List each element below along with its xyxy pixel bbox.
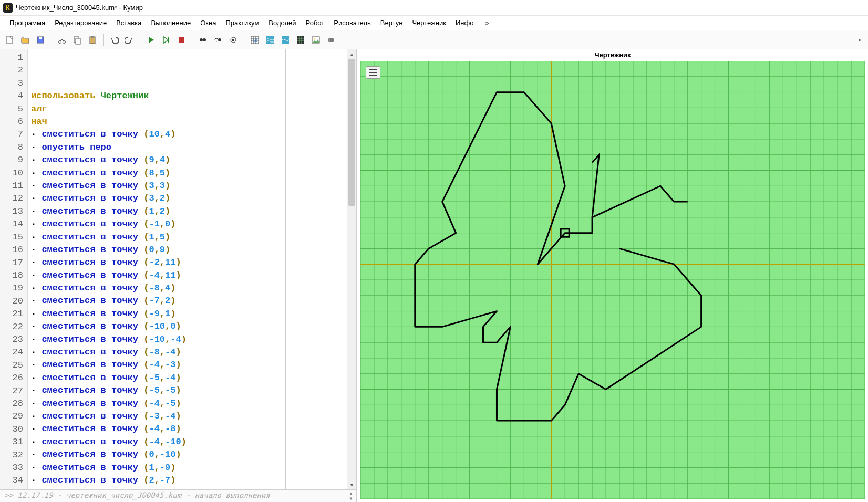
scroll-up-icon[interactable]: ▲ xyxy=(347,49,356,59)
waves-icon[interactable] xyxy=(263,33,277,47)
svg-point-11 xyxy=(200,38,203,41)
grid2-icon[interactable] xyxy=(294,33,307,47)
undo-icon[interactable] xyxy=(107,33,121,47)
code-line[interactable]: · сместиться в точку (-5,-5) xyxy=(31,384,344,397)
menu-вставка[interactable]: Вставка xyxy=(112,17,146,28)
svg-rect-8 xyxy=(91,36,94,38)
new-file-icon[interactable] xyxy=(3,33,17,47)
grid1-icon[interactable]: 10 xyxy=(248,33,262,47)
code-line[interactable]: алг xyxy=(31,103,344,116)
step-icon[interactable] xyxy=(159,33,173,47)
code-line[interactable]: · опустить перо xyxy=(31,141,344,154)
svg-point-3 xyxy=(59,40,61,43)
svg-rect-6 xyxy=(76,38,80,44)
menu-окна[interactable]: Окна xyxy=(196,17,220,28)
drawing-canvas[interactable] xyxy=(360,61,865,499)
save-file-icon[interactable] xyxy=(34,33,47,47)
menu-вертун[interactable]: Вертун xyxy=(376,17,407,28)
grid-svg xyxy=(360,61,865,499)
svg-rect-21 xyxy=(297,36,304,44)
svg-point-26 xyxy=(332,39,333,40)
menu-робот[interactable]: Робот xyxy=(302,17,329,28)
code-line[interactable]: нач xyxy=(31,116,344,128)
menu-чертежник[interactable]: Чертежник xyxy=(408,17,450,28)
code-line[interactable]: · сместиться в точку (-4,11) xyxy=(31,269,344,282)
waves2-icon[interactable] xyxy=(278,33,292,47)
toolbar: 10» xyxy=(0,30,868,49)
code-line[interactable]: · сместиться в точку (3,3) xyxy=(31,180,344,192)
svg-rect-0 xyxy=(7,36,12,44)
code-line[interactable]: · сместиться в точку (-4,-10) xyxy=(31,436,344,448)
menu-инфо[interactable]: Инфо xyxy=(451,17,478,28)
cut-icon[interactable] xyxy=(55,33,69,47)
canvas-menu-button[interactable] xyxy=(366,66,380,79)
copy-icon[interactable] xyxy=(70,33,84,47)
editor-area[interactable]: 1234567891011121314151617181920212223242… xyxy=(0,49,356,489)
menu-выполнение[interactable]: Выполнение xyxy=(147,17,195,28)
code-line[interactable]: · сместиться в точку (-1,0) xyxy=(31,218,344,231)
code-line[interactable]: · сместиться в точку (0,9) xyxy=(31,244,344,256)
canvas-title: Чертежник xyxy=(357,49,868,61)
code-line[interactable]: · сместиться в точку (-8,4) xyxy=(31,282,344,295)
svg-point-13 xyxy=(215,38,218,41)
toolbar-separator xyxy=(192,34,192,46)
scroll-down-icon[interactable]: ▼ xyxy=(347,480,356,489)
open-file-icon[interactable] xyxy=(18,33,32,47)
svg-point-23 xyxy=(314,38,315,39)
code-line[interactable]: · сместиться в точку (-5,-4) xyxy=(31,372,344,384)
toolbar-separator xyxy=(51,34,51,46)
svg-rect-16 xyxy=(232,39,234,41)
menu-программа[interactable]: Программа xyxy=(5,17,49,28)
code-line[interactable]: · сместиться в точку (0,-10) xyxy=(31,448,344,461)
toolbar-separator xyxy=(103,34,104,46)
code-line[interactable]: · сместиться в точку (8,5) xyxy=(31,167,344,180)
menu-практикум[interactable]: Практикум xyxy=(221,17,263,28)
run-icon[interactable] xyxy=(144,33,158,47)
code-line[interactable]: · сместиться в точку (-10,-4) xyxy=(31,333,344,346)
record-step-icon[interactable] xyxy=(211,33,225,47)
code-line[interactable]: · сместиться в точку (-10,0) xyxy=(31,320,344,333)
vertical-scrollbar[interactable]: ▲ ▼ xyxy=(347,49,356,489)
code-line[interactable]: · сместиться в точку (1,-9) xyxy=(31,462,344,474)
svg-point-14 xyxy=(218,38,221,41)
code-line[interactable]: · сместиться в точку (-9,1) xyxy=(31,308,344,320)
app-icon: К xyxy=(3,3,13,13)
code-editor[interactable]: использовать Чертежникалгнач· сместиться… xyxy=(28,49,347,489)
stop-icon[interactable] xyxy=(174,33,188,47)
editor-pane: 1234567891011121314151617181920212223242… xyxy=(0,49,357,502)
code-line[interactable]: · сместиться в точку (-3,-4) xyxy=(31,410,344,423)
menu-рисователь[interactable]: Рисователь xyxy=(329,17,375,28)
code-line[interactable]: · сместиться в точку (-8,-4) xyxy=(31,346,344,359)
code-line[interactable]: · сместиться в точку (-4,-3) xyxy=(31,359,344,371)
menu-overflow-icon[interactable]: » xyxy=(481,17,493,28)
toolbar-overflow-icon[interactable]: » xyxy=(855,36,865,44)
menu-водолей[interactable]: Водолей xyxy=(264,17,300,28)
svg-rect-24 xyxy=(328,38,334,42)
code-line[interactable]: использовать Чертежник xyxy=(31,90,344,102)
code-line[interactable]: · сместиться в точку (10,4) xyxy=(31,128,344,141)
code-line[interactable]: · сместиться в точку (-4,-5) xyxy=(31,398,344,410)
code-line[interactable]: · сместиться в точку (-4,-8) xyxy=(31,423,344,435)
code-line[interactable]: · сместиться в точку (-7,2) xyxy=(31,295,344,307)
canvas-pane: Чертежник xyxy=(357,49,868,502)
code-line[interactable]: · сместиться в точку (1,5) xyxy=(31,231,344,244)
code-line[interactable]: · сместиться в точку (3,2) xyxy=(31,192,344,205)
toolbar-separator xyxy=(140,34,140,46)
code-line[interactable]: · сместиться в точку (9,4) xyxy=(31,154,344,166)
code-line[interactable]: · сместиться в точку (-2,11) xyxy=(31,256,344,269)
status-bar: >> 12.17.19 - чертежник_число_300045.kum… xyxy=(0,489,356,502)
scroll-thumb[interactable] xyxy=(348,59,355,206)
game-icon[interactable] xyxy=(324,33,338,47)
main-area: 1234567891011121314151617181920212223242… xyxy=(0,49,868,502)
status-scroll[interactable]: ▲▼ xyxy=(347,491,355,501)
image-icon[interactable] xyxy=(309,33,323,47)
menu-редактирование[interactable]: Редактирование xyxy=(50,17,111,28)
toolbar-separator xyxy=(244,34,244,46)
titlebar: К Чертежник_Число_300045.kum* - Кумир xyxy=(0,0,868,16)
code-line[interactable]: · сместиться в точку (1,2) xyxy=(31,205,344,218)
paste-icon[interactable] xyxy=(86,33,99,47)
record-icon[interactable] xyxy=(196,33,210,47)
code-line[interactable]: · сместиться в точку (2,-7) xyxy=(31,474,344,487)
redo-icon[interactable] xyxy=(122,33,136,47)
record-stop-icon[interactable] xyxy=(226,33,240,47)
